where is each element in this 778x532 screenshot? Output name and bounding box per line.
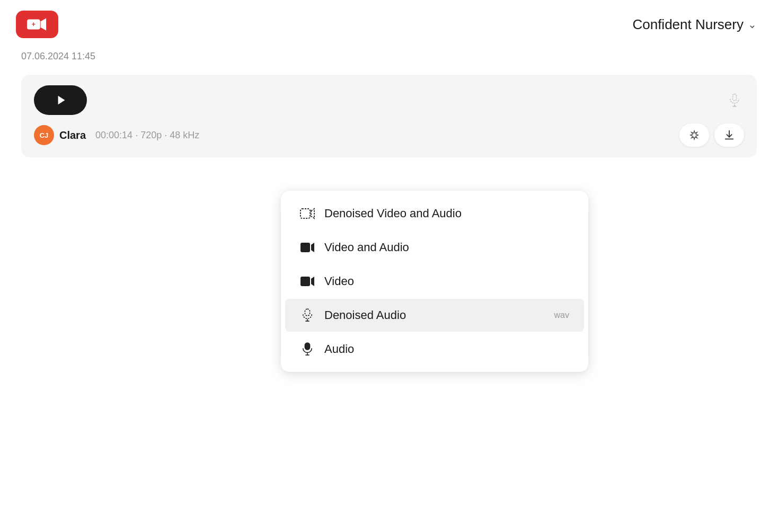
avatar-icon: CJ (34, 126, 54, 145)
svg-rect-20 (305, 343, 310, 350)
svg-marker-12 (311, 209, 314, 218)
svg-rect-4 (733, 94, 737, 101)
enhance-button[interactable] (679, 123, 709, 147)
svg-rect-13 (300, 243, 310, 252)
video-audio-icon (300, 242, 315, 253)
denoised-video-audio-label: Denoised Video and Audio (324, 207, 569, 220)
svg-text:CJ: CJ (40, 131, 49, 139)
audio-label: Audio (324, 342, 569, 356)
play-button[interactable] (34, 85, 87, 115)
download-icon (723, 129, 735, 141)
workspace-selector[interactable]: Confident Nursery ⌄ (632, 16, 757, 33)
denoised-mic-icon (300, 308, 315, 322)
svg-marker-1 (41, 19, 46, 31)
camera-plus-icon: + (27, 17, 47, 32)
denoised-audio-badge: wav (554, 311, 569, 320)
recording-card: CJ Clara 00:00:14 · 720p · 48 kHz (21, 75, 757, 157)
dropdown-item-video[interactable]: Video (285, 265, 584, 298)
author-name: Clara (59, 129, 86, 141)
denoised-audio-label: Denoised Audio (324, 308, 545, 322)
download-dropdown: Denoised Video and Audio Video and Audio… (281, 191, 588, 372)
header: + Confident Nursery ⌄ (0, 0, 778, 43)
video-audio-label: Video and Audio (324, 241, 569, 254)
recording-meta: 00:00:14 · 720p · 48 kHz (95, 130, 199, 141)
action-buttons (679, 123, 744, 147)
chevron-down-icon: ⌄ (748, 18, 757, 31)
play-icon (56, 94, 67, 106)
dropdown-item-denoised-audio[interactable]: Denoised Audio wav (285, 299, 584, 332)
svg-marker-3 (58, 96, 65, 105)
svg-rect-15 (300, 277, 310, 286)
svg-marker-16 (311, 277, 314, 286)
workspace-name: Confident Nursery (632, 16, 744, 33)
recording-bottom-row: CJ Clara 00:00:14 · 720p · 48 kHz (34, 123, 744, 147)
download-button[interactable] (714, 123, 744, 147)
recording-top-row (34, 85, 744, 115)
svg-text:+: + (32, 21, 36, 28)
video-only-icon (300, 276, 315, 287)
dropdown-item-denoised-video-audio[interactable]: Denoised Video and Audio (285, 197, 584, 230)
svg-rect-17 (305, 309, 310, 316)
video-label: Video (324, 274, 569, 288)
recording-info: CJ Clara 00:00:14 · 720p · 48 kHz (34, 125, 199, 145)
enhance-icon (688, 129, 700, 141)
logo-button[interactable]: + (16, 11, 58, 38)
dropdown-item-video-audio[interactable]: Video and Audio (285, 231, 584, 264)
svg-marker-14 (311, 243, 314, 252)
author-avatar: CJ (34, 125, 54, 145)
mic-icon (725, 91, 744, 110)
svg-rect-11 (300, 209, 310, 218)
recording-timestamp: 07.06.2024 11:45 (0, 43, 778, 62)
mic-solid-icon (300, 342, 315, 356)
dropdown-item-audio[interactable]: Audio (285, 333, 584, 366)
denoised-video-icon (300, 208, 315, 219)
